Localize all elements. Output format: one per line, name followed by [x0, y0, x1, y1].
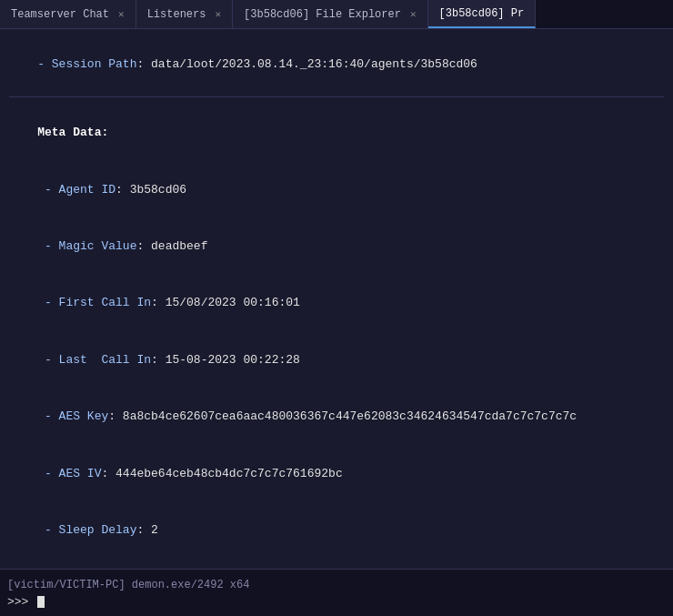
- meta-last-call: - Last Call In: 15-08-2023 00:22:28: [9, 332, 664, 389]
- meta-aes-iv: - AES IV: 444ebe64ceb48cb4dc7c7c7c761692…: [9, 446, 664, 502]
- prompt-cursor: [37, 596, 45, 608]
- tab-bar: Teamserver Chat ✕ Listeners ✕ [3b58cd06]…: [0, 0, 673, 29]
- status-line: [victim/VICTIM-PC] demon.exe/2492 x64: [0, 575, 673, 593]
- session-path-label: - Session Path: [37, 57, 136, 71]
- tab-process-info[interactable]: [3b58cd06] Pr: [428, 0, 537, 28]
- tab-label: Teamserver Chat: [11, 8, 109, 21]
- tab-close-icon[interactable]: ✕: [215, 8, 221, 20]
- divider-1: [9, 96, 664, 97]
- meta-sleep-delay: - Sleep Delay: 2: [9, 502, 664, 559]
- session-path-line: - Session Path: data/loot/2023.08.14._23…: [9, 36, 664, 93]
- meta-agent-id: - Agent ID: 3b58cd06: [9, 162, 664, 218]
- tab-close-icon[interactable]: ✕: [118, 8, 125, 20]
- tab-label: [3b58cd06] File Explorer: [244, 8, 401, 21]
- main-content: - Session Path: data/loot/2023.08.14._23…: [0, 29, 673, 569]
- prompt-line[interactable]: >>>: [0, 593, 673, 611]
- meta-first-call: - First Call In: 15/08/2023 00:16:01: [9, 276, 664, 332]
- meta-magic-value: - Magic Value: deadbeef: [9, 218, 664, 275]
- tab-file-explorer[interactable]: [3b58cd06] File Explorer ✕: [233, 0, 427, 28]
- meta-header: Meta Data:: [9, 105, 664, 161]
- tab-teamserver-chat[interactable]: Teamserver Chat ✕: [0, 0, 136, 28]
- tab-label: Listeners: [147, 8, 206, 21]
- meta-sleep-jitter: - Sleep Jitter: 15: [9, 560, 664, 569]
- tab-listeners[interactable]: Listeners ✕: [136, 0, 233, 28]
- prompt-symbol: >>>: [7, 595, 28, 609]
- session-path-value: : data/loot/2023.08.14._23:16:40/agents/…: [136, 57, 477, 71]
- meta-aes-key: - AES Key: 8a8cb4ce62607cea6aac480036367…: [9, 389, 664, 445]
- tab-close-icon[interactable]: ✕: [410, 8, 417, 20]
- bottom-bar: [victim/VICTIM-PC] demon.exe/2492 x64 >>…: [0, 569, 673, 616]
- tab-label: [3b58cd06] Pr: [439, 7, 525, 20]
